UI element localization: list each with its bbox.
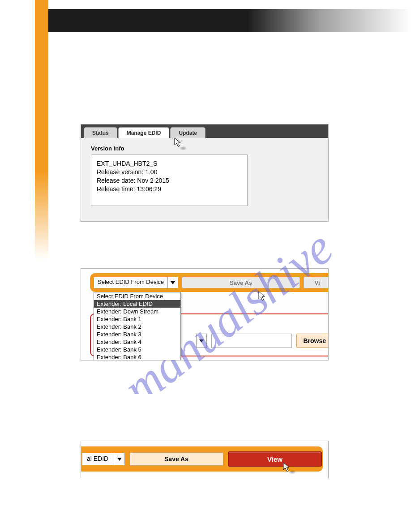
tab-manage-edid[interactable]: Manage EDID [118,127,170,138]
sidebar-accent [35,9,48,260]
tab-status[interactable]: Status [84,127,117,138]
cursor-icon [174,137,183,148]
version-info-box: EXT_UHDA_HBT2_S Release version: 1.00 Re… [91,154,248,206]
edid-option[interactable]: Extender: Bank 6 [94,353,180,360]
view-button[interactable]: View [228,451,322,467]
edid-option[interactable]: Extender: Down Stream [94,308,180,315]
view-button-partial[interactable]: Vi [304,277,329,288]
edid-option[interactable]: Extender: Bank 2 [94,323,180,330]
info-line: EXT_UHDA_HBT2_S [97,159,242,168]
edid-option-selected[interactable]: Extender: Local EDID [94,300,180,308]
tab-bar: Status Manage EDID Update [81,124,328,138]
info-line: Release version: 1.00 [97,168,242,176]
upload-target-dropdown[interactable] [196,334,207,348]
edid-option[interactable]: Extender: Bank 1 [94,315,180,323]
edid-option[interactable]: Select EDID From Device [94,292,180,300]
screenshot-edid-dropdown: Select EDID From Device Save As Vi Selec… [81,268,329,360]
edid-select-partial[interactable]: al EDID [82,453,125,465]
cursor-icon [283,462,291,472]
save-as-button[interactable]: Save As [129,452,223,466]
edid-select[interactable]: Select EDID From Device [94,277,178,288]
info-line: Release date: Nov 2 2015 [97,176,242,185]
toolbar-frame: Select EDID From Device Save As Vi [90,273,329,292]
chevron-down-icon[interactable] [168,277,178,288]
screenshot-view-button: al EDID Save As View [81,441,329,478]
edid-option[interactable]: Extender: Bank 4 [94,338,180,346]
file-path-field[interactable] [211,334,292,348]
edid-option[interactable]: Extender: Bank 5 [94,346,180,353]
upload-row: Browse [196,333,329,348]
version-info-label: Version Info [91,145,318,152]
cursor-icon [258,291,267,301]
header-accent [35,0,48,9]
save-as-button[interactable]: Save As [182,277,300,288]
screenshot-version-info: Status Manage EDID Update Version Info E… [81,124,329,222]
edid-select-value-partial: al EDID [82,453,114,465]
info-line: Release time: 13:06:29 [97,185,242,193]
edid-select-dropdown[interactable]: Select EDID From Device Extender: Local … [94,292,181,360]
panel-body: Version Info EXT_UHDA_HBT2_S Release ver… [81,138,328,213]
browse-button[interactable]: Browse [296,334,329,348]
edid-select-value: Select EDID From Device [94,277,168,288]
chevron-down-icon[interactable] [114,453,124,465]
edid-option[interactable]: Extender: Bank 3 [94,330,180,338]
header-bar [48,9,411,32]
